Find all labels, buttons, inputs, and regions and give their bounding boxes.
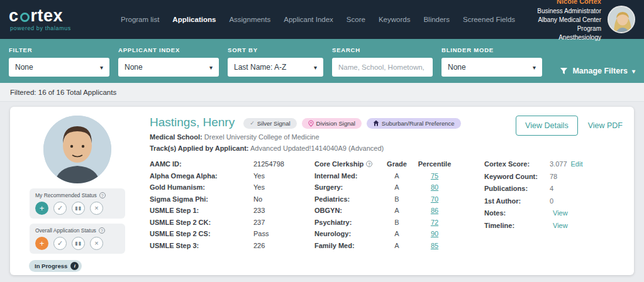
nav-program-list[interactable]: Program list <box>121 16 159 23</box>
chevron-down-icon: ▾ <box>314 64 317 71</box>
status-reject-button[interactable]: × <box>90 202 103 215</box>
my-recommended-status-title: My Recommended Status ? <box>35 192 119 198</box>
filter-group-blinder: BLINDER MODE None ▾ <box>441 46 542 83</box>
house-icon <box>373 120 379 126</box>
help-icon[interactable]: ? <box>99 227 105 234</box>
info-icon[interactable]: i <box>70 262 79 270</box>
status-approve-button[interactable]: ✓ <box>53 202 67 215</box>
stat-row: AAMC ID:21254798 <box>150 160 314 168</box>
search-label: SEARCH <box>332 46 433 53</box>
clerkship-row: Pediatrics:B70 <box>314 195 464 203</box>
my-status-buttons: + ✓ ▮▮ × <box>35 202 119 215</box>
stat-row: Gold Humanism:Yes <box>150 183 314 191</box>
stat-row: USMLE Step 3:226 <box>150 242 314 249</box>
applicant-index-dropdown[interactable]: None ▾ <box>118 58 219 77</box>
user-avatar[interactable] <box>608 6 635 33</box>
sort-by-label: SORT BY <box>228 46 323 53</box>
logo-ring-icon <box>20 13 30 22</box>
clerkship-row: Neurology:A90 <box>314 230 464 237</box>
status-hold-button[interactable]: ▮▮ <box>72 202 85 215</box>
sort-by-dropdown[interactable]: Last Name: A-Z ▾ <box>228 58 323 77</box>
percentile-link[interactable]: 86 <box>431 207 438 214</box>
nav-blinders[interactable]: Blinders <box>423 16 450 23</box>
user-name: Nicole Cortex <box>515 0 601 7</box>
clerkship-column: Core Clerkship? Grade Percentile Interna… <box>314 160 464 253</box>
view-pdf-link[interactable]: View PDF <box>588 121 623 130</box>
search-input[interactable] <box>332 58 433 77</box>
stat-row: USMLE Step 2 CK:237 <box>150 219 314 226</box>
overall-hold-button[interactable]: ▮▮ <box>72 237 85 250</box>
chevron-down-icon: ▾ <box>100 64 103 71</box>
overall-reject-button[interactable]: × <box>90 237 103 250</box>
tracks-line: Track(s) Applied by Applicant: Advanced … <box>150 144 626 152</box>
user-avatar-image <box>609 7 635 33</box>
summary-column: Cortex Score:3.077Edit Keyword Count:78 … <box>484 160 626 253</box>
tracks-label: Track(s) Applied by Applicant: <box>150 144 249 152</box>
applicant-photo <box>43 116 111 183</box>
top-navbar: crtex powered by thalamus Program list A… <box>0 0 644 39</box>
filter-group-search: SEARCH <box>332 46 433 83</box>
nav-keywords[interactable]: Keywords <box>379 16 411 23</box>
clerkship-row: Surgery:A80 <box>314 183 464 191</box>
suburban-rural-badge: Suburban/Rural Preference <box>367 118 461 129</box>
applicant-details: Hastings, Henry ✓ Silver Signal Division… <box>133 116 626 266</box>
cortex-logo-text: crtex <box>9 8 97 24</box>
stat-row: Alpha Omega Alpha:Yes <box>150 172 314 180</box>
logo-tagline: powered by thalamus <box>9 26 97 31</box>
summary-row: Notes:View <box>484 209 626 217</box>
user-role: Business Administrator <box>515 7 601 16</box>
chevron-down-icon: ▾ <box>533 64 536 71</box>
applicant-photo-image <box>43 116 111 183</box>
tracks-value: Advanced Updated!1414040A9 (Advanced) <box>250 144 384 152</box>
card-actions: View Details View PDF <box>516 116 623 136</box>
view-details-button[interactable]: View Details <box>516 116 578 136</box>
filter-bar: FILTER None ▾ APPLICANT INDEX None ▾ SOR… <box>0 39 644 83</box>
summary-row: 1st Author:0 <box>484 197 626 205</box>
filter-label: FILTER <box>9 46 109 53</box>
applicant-badges: ✓ Silver Signal Division Signal Suburban… <box>243 118 460 129</box>
clerkship-row: Internal Med:A75 <box>314 172 464 180</box>
nav-score[interactable]: Score <box>347 16 365 23</box>
percentile-link[interactable]: 72 <box>431 219 438 226</box>
medical-school-label: Medical School: <box>150 133 203 141</box>
percentile-link[interactable]: 75 <box>431 172 438 180</box>
cortex-logo[interactable]: crtex powered by thalamus <box>9 8 97 31</box>
overall-add-button[interactable]: + <box>35 237 48 250</box>
filter-funnel-icon <box>560 67 568 75</box>
silver-signal-badge: ✓ Silver Signal <box>243 118 296 129</box>
filter-group-filter: FILTER None ▾ <box>9 46 109 83</box>
pause-icon: ▮▮ <box>75 241 82 246</box>
applicant-data-grid: AAMC ID:21254798 Alpha Omega Alpha:Yes G… <box>150 160 626 253</box>
edit-link[interactable]: Edit <box>571 160 583 168</box>
summary-row: Timeline:View <box>484 222 626 229</box>
summary-row: Keyword Count:78 <box>484 173 626 180</box>
status-add-button[interactable]: + <box>35 202 48 215</box>
overall-status-title: Overall Application Status ? <box>35 227 119 234</box>
chevron-down-icon: ▾ <box>209 64 213 71</box>
percentile-link[interactable]: 70 <box>431 195 438 203</box>
manage-filters-button[interactable]: Manage Filters ▾ <box>560 46 635 83</box>
nav-screened-fields[interactable]: Screened Fields <box>463 16 515 23</box>
overall-status-buttons: + ✓ ▮▮ × <box>35 237 119 250</box>
notes-view-link[interactable]: View <box>553 209 568 217</box>
nav-applicant-index[interactable]: Applicant Index <box>284 16 333 23</box>
overall-approve-button[interactable]: ✓ <box>53 237 67 250</box>
help-icon[interactable]: ? <box>99 192 106 198</box>
blinder-mode-dropdown[interactable]: None ▾ <box>441 58 542 77</box>
in-progress-badge: In Progress i <box>29 260 82 272</box>
filter-dropdown[interactable]: None ▾ <box>9 58 109 77</box>
overall-application-status-box: Overall Application Status ? + ✓ ▮▮ × <box>30 224 125 254</box>
percentile-link[interactable]: 80 <box>431 183 438 191</box>
chevron-down-icon: ▾ <box>632 68 635 75</box>
timeline-view-link[interactable]: View <box>553 222 568 229</box>
nav-assignments[interactable]: Assignments <box>229 16 270 23</box>
nav-applications[interactable]: Applications <box>172 16 216 23</box>
my-recommended-status-box: My Recommended Status ? + ✓ ▮▮ × <box>30 188 125 219</box>
clerkship-row: Family Med:A85 <box>314 242 464 249</box>
help-icon[interactable]: ? <box>366 161 372 167</box>
percentile-link[interactable]: 85 <box>431 242 438 249</box>
applicant-name: Hastings, Henry <box>150 116 235 129</box>
user-info-block: Nicole Cortex Business Administrator Alb… <box>515 0 635 42</box>
percentile-link[interactable]: 90 <box>431 230 438 237</box>
filtered-count-bar: Filtered: 16 of 16 Total Applicants <box>0 83 644 102</box>
